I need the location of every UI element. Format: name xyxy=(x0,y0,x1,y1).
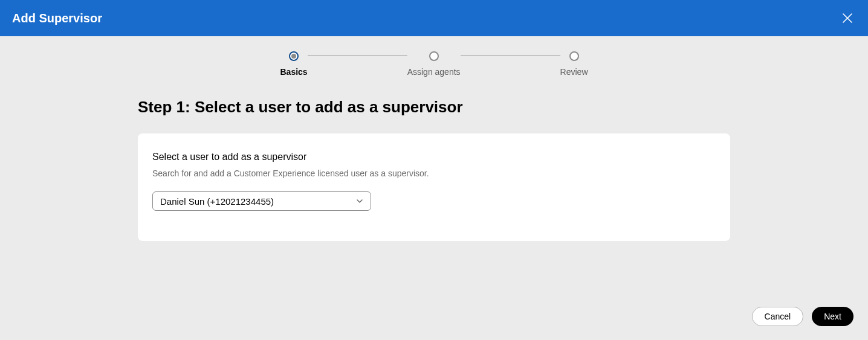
dialog-title: Add Supervisor xyxy=(12,11,102,25)
step-basics[interactable]: Basics xyxy=(280,51,307,77)
dialog-footer: Cancel Next xyxy=(752,307,853,326)
step-label: Basics xyxy=(280,67,307,77)
step-connector xyxy=(461,56,560,56)
dialog-header: Add Supervisor xyxy=(0,0,868,36)
card-subtitle: Search for and add a Customer Experience… xyxy=(152,168,716,178)
step-circle-icon xyxy=(289,51,299,61)
step-connector xyxy=(308,56,407,56)
chevron-down-icon xyxy=(356,197,363,205)
select-user-card: Select a user to add as a supervisor Sea… xyxy=(138,133,730,241)
stepper: Basics Assign agents Review xyxy=(0,51,868,77)
page-title: Step 1: Select a user to add as a superv… xyxy=(138,98,730,117)
step-label: Assign agents xyxy=(407,67,461,77)
next-button[interactable]: Next xyxy=(812,307,853,326)
cancel-button[interactable]: Cancel xyxy=(752,307,804,326)
page-content: Step 1: Select a user to add as a superv… xyxy=(138,98,730,241)
close-button[interactable] xyxy=(839,10,856,27)
card-title: Select a user to add as a supervisor xyxy=(152,152,716,162)
dropdown-selected-value: Daniel Sun (+12021234455) xyxy=(160,196,274,207)
step-circle-icon xyxy=(429,51,439,61)
step-circle-icon xyxy=(569,51,579,61)
user-select-dropdown[interactable]: Daniel Sun (+12021234455) xyxy=(152,191,371,211)
step-review[interactable]: Review xyxy=(560,51,588,77)
step-assign-agents[interactable]: Assign agents xyxy=(407,51,461,77)
step-label: Review xyxy=(560,67,588,77)
close-icon xyxy=(842,13,853,24)
